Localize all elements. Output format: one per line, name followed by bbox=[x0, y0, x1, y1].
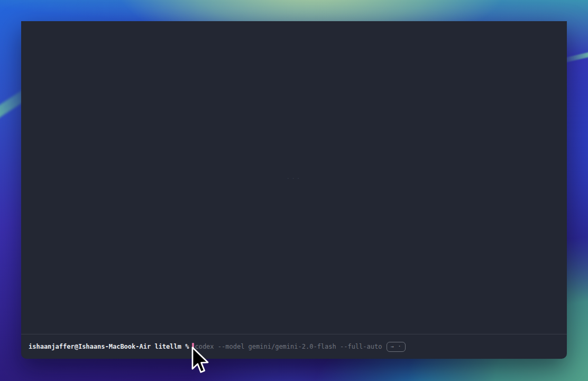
terminal-window: ··· ishaanjaffer@Ishaans-MacBook-Air lit… bbox=[21, 21, 567, 359]
terminal-output-area: ··· bbox=[21, 21, 567, 334]
text-caret bbox=[192, 343, 194, 351]
tab-hint-badge: → · bbox=[387, 342, 405, 352]
shell-prompt: ishaanjaffer@Ishaans-MacBook-Air litellm… bbox=[29, 343, 189, 350]
loading-ellipsis: ··· bbox=[287, 175, 302, 182]
autosuggestion-text: codex --model gemini/gemini-2.0-flash --… bbox=[195, 343, 382, 350]
terminal-command-line[interactable]: ishaanjaffer@Ishaans-MacBook-Air litellm… bbox=[21, 334, 567, 359]
